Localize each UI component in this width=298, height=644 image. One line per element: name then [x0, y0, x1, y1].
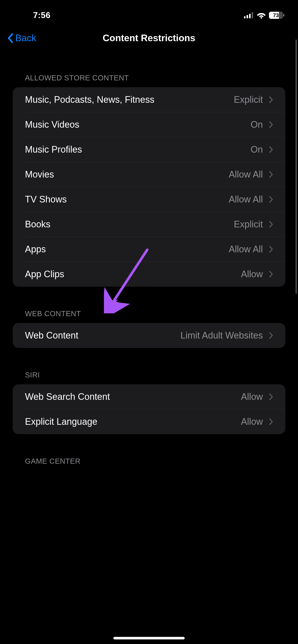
row-value: Explicit [234, 219, 263, 230]
chevron-left-icon [7, 33, 13, 43]
section-header-gamecenter: Game Center [13, 457, 285, 471]
group-web: Web Content Limit Adult Websites [13, 323, 285, 348]
navigation-bar: Back Content Restrictions [0, 25, 298, 51]
wifi-icon [257, 12, 266, 19]
chevron-right-icon [269, 246, 273, 253]
svg-rect-1 [247, 15, 248, 18]
row-movies[interactable]: Movies Allow All [13, 162, 285, 187]
svg-rect-0 [244, 16, 246, 18]
row-value: Allow All [229, 244, 263, 255]
section-header-web: Web Content [13, 310, 285, 323]
svg-rect-3 [252, 12, 253, 18]
home-indicator[interactable] [113, 637, 185, 639]
group-store: Music, Podcasts, News, Fitness Explicit … [13, 87, 285, 287]
svg-point-4 [261, 17, 262, 19]
row-value: Limit Adult Websites [181, 330, 263, 341]
row-value: Allow [241, 269, 263, 280]
row-value: On [251, 144, 263, 155]
row-label: Apps [25, 244, 229, 255]
chevron-right-icon [269, 171, 273, 178]
row-label: Web Content [25, 330, 181, 341]
row-explicit-language[interactable]: Explicit Language Allow [13, 409, 285, 434]
row-web-search-content[interactable]: Web Search Content Allow [13, 384, 285, 409]
status-indicators: 73 [244, 12, 283, 19]
chevron-right-icon [269, 196, 273, 203]
row-value: Allow All [229, 194, 263, 205]
row-value: Allow [241, 391, 263, 402]
row-app-clips[interactable]: App Clips Allow [13, 262, 285, 287]
row-label: Music, Podcasts, News, Fitness [25, 94, 234, 105]
status-time: 7:56 [33, 10, 50, 20]
row-value: On [251, 119, 263, 130]
row-label: TV Shows [25, 194, 229, 205]
chevron-right-icon [269, 332, 273, 339]
scroll-indicator [295, 39, 297, 294]
back-button[interactable]: Back [7, 33, 36, 43]
chevron-right-icon [269, 96, 273, 103]
row-value: Allow [241, 416, 263, 427]
chevron-right-icon [269, 221, 273, 228]
cellular-signal-icon [244, 12, 254, 18]
row-label: Music Profiles [25, 144, 251, 155]
row-label: Web Search Content [25, 391, 241, 402]
chevron-right-icon [269, 271, 273, 278]
chevron-right-icon [269, 146, 273, 153]
row-label: Movies [25, 169, 229, 180]
chevron-right-icon [269, 393, 273, 400]
row-value: Explicit [234, 94, 263, 105]
group-siri: Web Search Content Allow Explicit Langua… [13, 384, 285, 434]
status-bar: 7:56 73 [0, 0, 298, 25]
row-apps[interactable]: Apps Allow All [13, 237, 285, 262]
row-value: Allow All [229, 169, 263, 180]
section-header-store: Allowed Store Content [13, 74, 285, 87]
chevron-right-icon [269, 121, 273, 128]
page-title: Content Restrictions [103, 33, 195, 43]
row-music-podcasts-news-fitness[interactable]: Music, Podcasts, News, Fitness Explicit [13, 87, 285, 112]
settings-content: Allowed Store Content Music, Podcasts, N… [0, 51, 298, 471]
row-label: Music Videos [25, 119, 251, 130]
row-music-profiles[interactable]: Music Profiles On [13, 137, 285, 162]
svg-rect-2 [249, 14, 251, 18]
chevron-right-icon [269, 418, 273, 425]
row-tv-shows[interactable]: TV Shows Allow All [13, 187, 285, 212]
row-books[interactable]: Books Explicit [13, 212, 285, 237]
section-header-siri: Siri [13, 371, 285, 384]
row-label: Books [25, 219, 234, 230]
row-label: Explicit Language [25, 416, 241, 427]
row-label: App Clips [25, 269, 241, 280]
row-music-videos[interactable]: Music Videos On [13, 112, 285, 137]
battery-percent: 73 [273, 12, 279, 18]
battery-icon: 73 [269, 12, 283, 19]
row-web-content[interactable]: Web Content Limit Adult Websites [13, 323, 285, 348]
back-label: Back [15, 33, 36, 43]
